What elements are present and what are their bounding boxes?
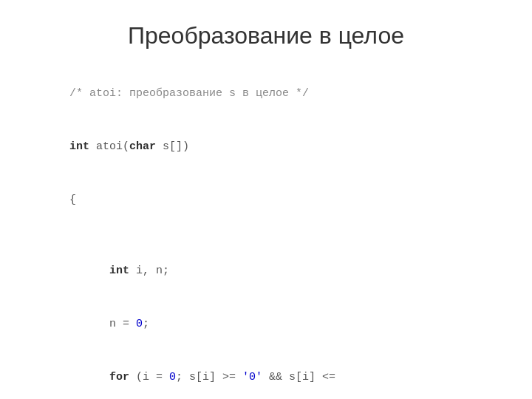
code-line-decl: int i, n; [30,245,502,298]
comment-text: /* atoi: преобразование s в целое */ [69,87,309,100]
plain-decl: i, n; [129,265,169,277]
plain-for3: && s[i] <= [262,371,335,383]
keyword-char: char [129,140,156,153]
code-line-comment: /* atoi: преобразование s в целое */ [30,67,502,120]
code-line-init: n = 0; [30,298,502,351]
number-0b: 0 [169,371,176,383]
number-0a: 0 [136,318,143,330]
page-container: Преобразование в целое /* atoi: преобраз… [0,0,532,399]
code-line-signature: int atoi(char s[]) [30,120,502,174]
keyword-int: int [69,140,89,153]
code-line-open-brace: { [30,174,502,227]
code-line-blank1 [30,227,502,245]
plain-for1: (i = [129,371,169,383]
open-brace: { [69,194,76,206]
indent1 [69,265,109,277]
indent3 [69,371,109,383]
code-block: /* atoi: преобразование s в целое */ int… [30,67,502,399]
keyword-int2: int [109,265,129,277]
string-0a: '0' [242,371,262,383]
plain-signature2: s[]) [156,140,189,153]
plain-semicolon: ; [143,318,149,330]
page-title: Преобразование в целое [30,22,502,50]
plain-signature: atoi( [89,140,129,153]
indent2: n = [69,318,136,330]
code-line-for: for (i = 0; s[i] >= '0' && s[i] <= [30,351,502,399]
keyword-for: for [109,371,129,383]
plain-for2: ; s[i] >= [176,371,242,383]
